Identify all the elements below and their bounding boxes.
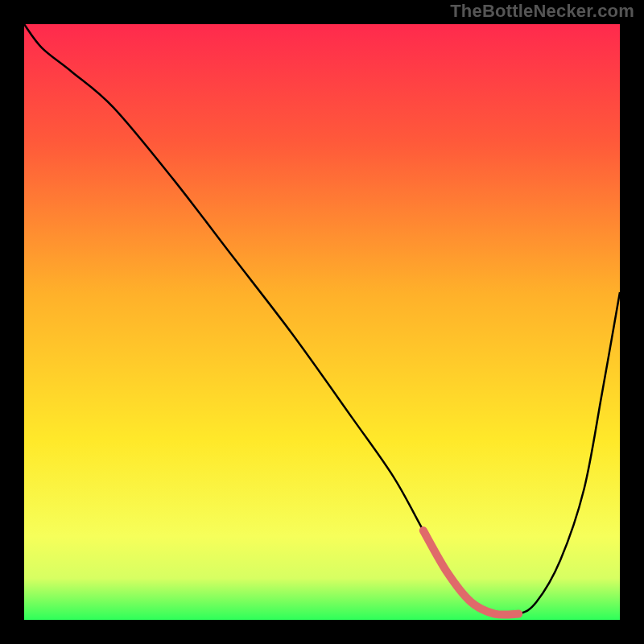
chart-frame bbox=[24, 24, 620, 620]
watermark-text: TheBottleNecker.com bbox=[450, 1, 634, 22]
chart-stage: TheBottleNecker.com bbox=[0, 0, 644, 644]
bottleneck-chart bbox=[24, 24, 620, 620]
gradient-background bbox=[24, 24, 620, 620]
